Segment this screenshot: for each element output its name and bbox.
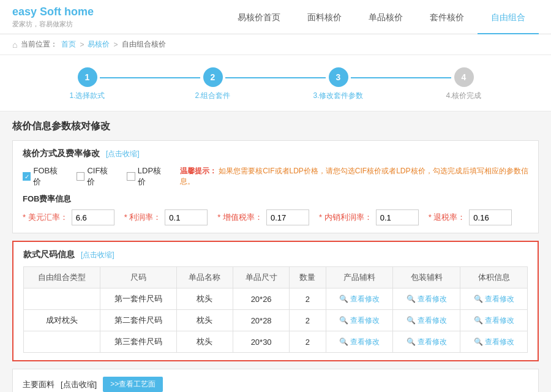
search-icon: 🔍	[407, 337, 416, 346]
step-1: 1 1.选择款式	[24, 67, 150, 101]
pack-aux-link-2[interactable]: 查看修改	[418, 337, 447, 347]
pack-aux-cell-2[interactable]: 🔍 查看修改	[393, 331, 460, 353]
breadcrumb-prefix: 当前位置：	[21, 39, 58, 50]
pack-aux-link-0[interactable]: 查看修改	[418, 294, 447, 304]
rate-panel-header: 核价方式及费率修改 [点击收缩]	[23, 148, 528, 159]
breadcrumb-sep1: >	[80, 40, 84, 49]
step-4-label: 4.核价完成	[446, 91, 481, 101]
qty-cell-0: 2	[290, 288, 326, 310]
domestic-profit-label: * 内销利润率：	[319, 212, 372, 223]
search-icon: 🔍	[474, 316, 483, 325]
ldp-check[interactable]: LDP核价	[127, 165, 168, 187]
size-panel: 款式尺码信息 [点击收缩] 自由组合类型 尺码 单品名称 单品尺寸 数量 产品辅…	[12, 241, 539, 361]
nav-single[interactable]: 单品核价	[355, 0, 416, 34]
search-icon: 🔍	[407, 316, 416, 325]
item-name-cell-2: 枕头	[176, 331, 233, 353]
fabric-panel-header: 主要面料 [点击收缩] >>查看工艺面	[23, 377, 528, 392]
size-cell-2: 第三套件尺码	[100, 331, 176, 353]
vol-link-0[interactable]: 查看修改	[485, 294, 514, 304]
pack-aux-link-1[interactable]: 查看修改	[418, 315, 447, 326]
rate-panel: 核价方式及费率修改 [点击收缩] ✓ FOB核价 CIF核价 LDP核价 温馨提…	[12, 140, 539, 233]
item-name-cell-0: 枕头	[176, 288, 233, 310]
col-item-name: 单品名称	[176, 267, 233, 288]
col-size: 尺码	[100, 267, 176, 288]
item-dim-cell-0: 20*26	[233, 288, 290, 310]
step-1-circle: 1	[78, 67, 97, 87]
fob-checkbox[interactable]: ✓	[23, 172, 31, 181]
search-icon: 🔍	[339, 337, 348, 346]
cif-label-text: CIF核价	[87, 165, 114, 187]
steps-bar: 1 1.选择款式 2 2.组合套件 3 3.修改套件参数 4 4.核价完成	[0, 55, 551, 111]
vol-link-2[interactable]: 查看修改	[485, 337, 514, 347]
logo-easy: easy	[12, 6, 40, 18]
vol-link-1[interactable]: 查看修改	[485, 315, 514, 326]
pack-aux-cell-1[interactable]: 🔍 查看修改	[393, 310, 460, 331]
fabric-panel: 主要面料 [点击收缩] >>查看工艺面 主要用途 面料图片 面码编号 面码分类 …	[12, 369, 539, 392]
col-item-dim: 单品尺寸	[233, 267, 290, 288]
nav-fabric[interactable]: 面料核价	[294, 0, 355, 34]
table-row: 第三套件尺码 枕头 20*30 2 🔍 查看修改 🔍 查看修改 🔍 查看修改	[24, 331, 528, 353]
ldp-checkbox[interactable]	[127, 172, 135, 181]
fob-check[interactable]: ✓ FOB核价	[23, 165, 64, 187]
col-combo-type: 自由组合类型	[24, 267, 100, 288]
page-title: 核价信息参数核对修改	[12, 120, 539, 133]
profit-rate-input[interactable]	[165, 209, 208, 225]
prod-aux-cell-2[interactable]: 🔍 查看修改	[326, 331, 393, 353]
search-icon: 🔍	[474, 337, 483, 346]
exchange-rate-item: * 美元汇率：	[23, 209, 114, 225]
size-collapse-link[interactable]: [点击收缩]	[81, 251, 114, 259]
prod-aux-link-2[interactable]: 查看修改	[350, 337, 380, 347]
warning-area: 温馨提示： 如果您需要核CIF或者LDP价格，请您勾选CIF核价或者LDP核价，…	[180, 166, 528, 187]
view-craft-btn[interactable]: >>查看工艺面	[103, 377, 163, 392]
vol-cell-0[interactable]: 🔍 查看修改	[460, 288, 528, 310]
combo-type-cell-1: 成对枕头	[24, 310, 100, 331]
main-nav: 易核价首页 面料核价 单品核价 套件核价 自由组合	[224, 0, 539, 34]
pack-aux-cell-0[interactable]: 🔍 查看修改	[393, 288, 460, 310]
top-nav: easy Soft home 爱家坊，容易做家坊 易核价首页 面料核价 单品核价…	[0, 0, 551, 34]
breadcrumb-costing[interactable]: 易核价	[88, 39, 110, 50]
domestic-profit-input[interactable]	[376, 209, 419, 225]
ldp-label-text: LDP核价	[138, 165, 168, 187]
exchange-rate-input[interactable]	[72, 209, 114, 225]
breadcrumb-sep2: >	[113, 40, 118, 49]
search-icon: 🔍	[339, 316, 348, 325]
warning-label: 温馨提示：	[180, 167, 217, 175]
tax-rebate-label: * 退税率：	[429, 212, 466, 223]
fabric-collapse-link[interactable]: [点击收缩]	[61, 379, 97, 390]
nav-home[interactable]: 易核价首页	[224, 0, 294, 34]
checkbox-row: ✓ FOB核价 CIF核价 LDP核价 温馨提示： 如果您需要核CIF或者LDP…	[23, 165, 528, 187]
search-icon: 🔍	[474, 295, 483, 303]
fob-section-label: FOB费率信息	[23, 194, 528, 205]
size-table-header-row: 自由组合类型 尺码 单品名称 单品尺寸 数量 产品辅料 包装辅料 体积信息	[24, 267, 528, 288]
size-cell-1: 第二套件尺码	[100, 310, 176, 331]
cif-check[interactable]: CIF核价	[77, 165, 114, 187]
breadcrumb-home[interactable]: 首页	[61, 39, 76, 50]
size-table: 自由组合类型 尺码 单品名称 单品尺寸 数量 产品辅料 包装辅料 体积信息 第一…	[23, 266, 528, 353]
col-pack-aux: 包装辅料	[393, 267, 460, 288]
rate-collapse-link[interactable]: [点击收缩]	[106, 149, 140, 158]
prod-aux-cell-1[interactable]: 🔍 查看修改	[326, 310, 393, 331]
logo: easy Soft home 爱家坊，容易做家坊	[12, 6, 94, 29]
step-1-label: 1.选择款式	[69, 91, 105, 101]
prod-aux-link-1[interactable]: 查看修改	[350, 315, 380, 326]
logo-tagline: 爱家坊，容易做家坊	[12, 20, 94, 29]
item-name-cell-1: 枕头	[176, 310, 233, 331]
vat-input[interactable]	[266, 209, 309, 225]
fob-label-text: FOB核价	[33, 165, 64, 187]
prod-aux-cell-0[interactable]: 🔍 查看修改	[326, 288, 393, 310]
qty-cell-1: 2	[290, 310, 326, 331]
step-4-circle: 4	[454, 67, 474, 87]
nav-combo[interactable]: 自由组合	[478, 0, 539, 34]
size-header-label: 款式尺码信息	[23, 249, 75, 259]
combo-type-cell-0	[24, 288, 100, 310]
domestic-profit-item: * 内销利润率：	[319, 209, 419, 225]
tax-rebate-input[interactable]	[469, 209, 512, 225]
vat-label: * 增值税率：	[217, 212, 263, 223]
cif-checkbox[interactable]	[77, 172, 84, 181]
prod-aux-link-0[interactable]: 查看修改	[350, 294, 380, 304]
nav-suite[interactable]: 套件核价	[416, 0, 478, 34]
size-cell-0: 第一套件尺码	[100, 288, 176, 310]
vol-cell-1[interactable]: 🔍 查看修改	[460, 310, 528, 331]
step-3-label: 3.修改套件参数	[313, 91, 363, 101]
vol-cell-2[interactable]: 🔍 查看修改	[460, 331, 528, 353]
